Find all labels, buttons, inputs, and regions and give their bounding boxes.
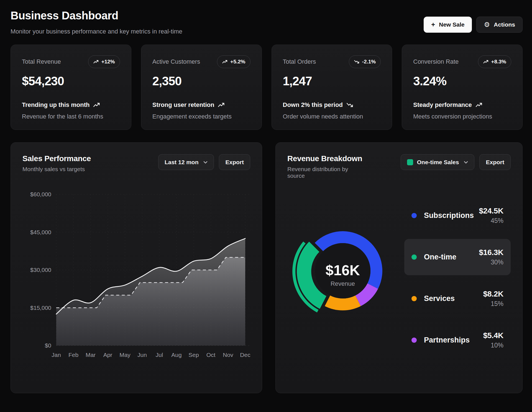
gear-icon: ⚙: [484, 21, 490, 28]
x-tick-label: Apr: [103, 352, 112, 358]
header: Business Dashboard Monitor your business…: [11, 9, 523, 35]
legend-percent: 30%: [479, 259, 504, 266]
trend-up-icon: [93, 60, 99, 64]
x-tick-label: Jan: [52, 352, 61, 358]
badge-value: +12%: [101, 59, 115, 65]
source-filter-select[interactable]: One-time Sales: [401, 154, 475, 170]
stat-label: Active Customers: [152, 58, 200, 65]
trend-badge: +12%: [88, 55, 120, 68]
legend-name: One-time: [424, 253, 456, 261]
x-tick-label: May: [119, 352, 131, 358]
stat-caption: Revenue for the last 6 months: [22, 113, 120, 120]
breakdown-titles: Revenue Breakdown Revenue distribution b…: [287, 154, 365, 179]
sales-title: Sales Performance: [22, 154, 91, 163]
y-tick-label: $30,000: [30, 267, 51, 273]
stat-value: 1,247: [283, 74, 381, 88]
legend-percent: 45%: [479, 217, 504, 225]
badge-value: -2.1%: [362, 59, 376, 65]
stat-card-total-revenue: Total Revenue +12% $54,230 Trending up t…: [11, 45, 131, 130]
trend-badge: +5.2%: [217, 55, 250, 68]
x-tick-label: Aug: [171, 352, 181, 358]
breakdown-legend: Subscriptions $24.5K 45% One-time $16.3K…: [404, 197, 511, 381]
sales-chart-canvas[interactable]: $0$15,000$30,000$45,000$60,000JanFebMarA…: [22, 187, 250, 366]
donut-center-value: $16K: [326, 262, 360, 278]
breakdown-export-button[interactable]: Export: [479, 154, 511, 170]
legend-row-partnerships[interactable]: Partnerships $5.4K 10%: [404, 322, 511, 358]
trend-up-icon: [93, 102, 100, 107]
y-tick-label: $0: [45, 342, 51, 349]
y-tick-label: $60,000: [30, 191, 51, 197]
page-subtitle: Monitor your business performance and ke…: [11, 28, 182, 35]
one-time-dot: [411, 254, 417, 260]
stat-value: 2,350: [152, 74, 250, 88]
services-dot: [411, 296, 417, 301]
y-tick-label: $15,000: [30, 305, 51, 311]
legend-row-subscriptions[interactable]: Subscriptions $24.5K 45%: [404, 197, 511, 234]
breakdown-title: Revenue Breakdown: [287, 154, 365, 163]
trend-up-icon: [483, 60, 488, 64]
new-sale-button[interactable]: + New Sale: [424, 17, 472, 33]
legend-name: Partnerships: [424, 336, 470, 344]
x-tick-label: Dec: [240, 352, 250, 358]
trend-up-icon: [475, 102, 482, 107]
badge-value: +5.2%: [230, 59, 245, 65]
sales-export-button[interactable]: Export: [219, 154, 250, 170]
stat-card-active-customers: Active Customers +5.2% 2,350 Strong user…: [141, 45, 262, 130]
dashboard-page: Business Dashboard Monitor your business…: [0, 0, 532, 412]
stat-trend-text: Steady performance: [413, 101, 472, 109]
stat-caption: Meets conversion projections: [413, 113, 511, 120]
page-title: Business Dashboard: [11, 9, 182, 22]
x-tick-label: Sep: [188, 352, 199, 358]
stats-row: Total Revenue +12% $54,230 Trending up t…: [11, 45, 523, 130]
header-actions: + New Sale ⚙ Actions: [424, 17, 523, 33]
header-titles: Business Dashboard Monitor your business…: [11, 9, 182, 35]
stat-trend-text: Strong user retention: [152, 101, 214, 109]
donut-center-label: Revenue: [331, 280, 355, 287]
legend-value: $8.2K: [483, 290, 503, 298]
legend-name: Services: [424, 294, 455, 303]
trend-down-icon: [346, 102, 353, 107]
export-label: Export: [225, 159, 244, 166]
stat-value: 3.24%: [413, 74, 511, 88]
stat-trend-text: Down 2% this period: [283, 101, 343, 109]
chevron-down-icon: [203, 161, 208, 164]
revenue-breakdown-card: Revenue Breakdown Revenue distribution b…: [275, 142, 523, 393]
x-tick-label: Mar: [86, 352, 96, 358]
donut-chart-wrap: $16KRevenue: [281, 211, 402, 381]
legend-value: $5.4K: [483, 331, 503, 340]
range-select-value: Last 12 mon: [165, 159, 199, 166]
partnerships-dot: [411, 338, 417, 343]
x-tick-label: Jul: [156, 352, 163, 358]
legend-name: Subscriptions: [424, 211, 474, 220]
donut-chart-canvas[interactable]: $16KRevenue: [281, 211, 402, 332]
x-tick-label: Nov: [223, 352, 233, 358]
legend-value: $16.3K: [479, 248, 504, 257]
stat-label: Total Revenue: [22, 58, 61, 65]
legend-percent: 15%: [483, 300, 503, 308]
trend-badge: -2.1%: [349, 55, 381, 68]
sales-performance-card: Sales Performance Monthly sales vs targe…: [11, 142, 262, 393]
sales-titles: Sales Performance Monthly sales vs targe…: [22, 154, 91, 172]
subscriptions-dot: [411, 213, 417, 218]
new-sale-label: New Sale: [439, 21, 464, 28]
range-select[interactable]: Last 12 mon: [158, 154, 214, 170]
stat-value: $54,230: [22, 74, 120, 88]
actions-button[interactable]: ⚙ Actions: [476, 17, 523, 33]
trend-up-icon: [222, 60, 227, 64]
legend-row-services[interactable]: Services $8.2K 15%: [404, 280, 511, 317]
stat-card-total-orders: Total Orders -2.1% 1,247 Down 2% this pe…: [272, 45, 392, 130]
stat-caption: Order volume needs attention: [283, 113, 381, 120]
legend-percent: 10%: [483, 342, 503, 349]
stat-label: Conversion Rate: [413, 58, 459, 65]
legend-value: $24.5K: [479, 207, 504, 215]
charts-row: Sales Performance Monthly sales vs targe…: [11, 142, 523, 393]
x-tick-label: Jun: [137, 352, 147, 358]
sales-subtitle: Monthly sales vs targets: [22, 166, 91, 172]
stat-card-conversion-rate: Conversion Rate +8.3% 3.24% Steady perfo…: [402, 45, 523, 130]
stat-caption: Engagement exceeds targets: [152, 113, 250, 120]
breakdown-subtitle: Revenue distribution by source: [287, 166, 365, 179]
actions-label: Actions: [494, 21, 515, 28]
chevron-down-icon: [464, 161, 468, 164]
trend-badge: +8.3%: [478, 55, 511, 68]
legend-row-one-time[interactable]: One-time $16.3K 30%: [404, 239, 511, 275]
